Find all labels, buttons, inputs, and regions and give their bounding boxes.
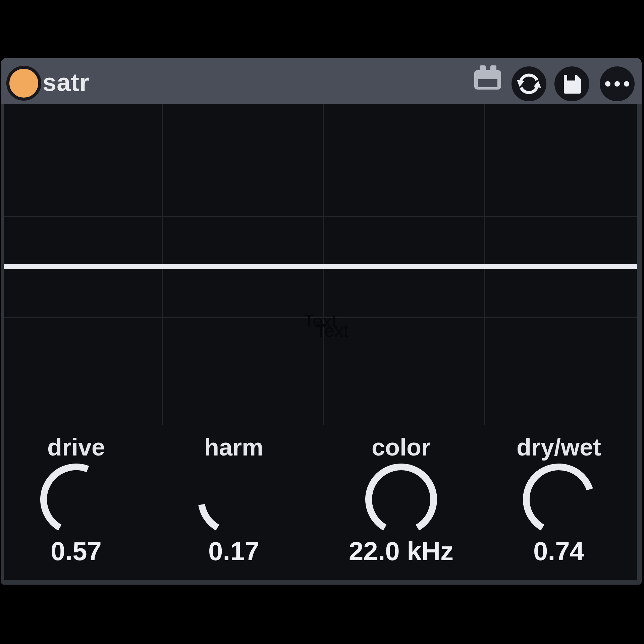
knob-label: color [347,433,455,461]
hot-swap-button[interactable] [512,66,546,101]
knob-label: drive [22,433,130,461]
device-on-toggle[interactable] [6,66,41,101]
knob-label: harm [180,433,287,461]
more-options-button[interactable] [600,66,635,101]
knob-value: 0.74 [485,536,633,567]
desktop-background: satr [0,0,644,644]
device-window: satr [1,58,642,585]
device-titlebar: satr [1,58,642,104]
waveform-display[interactable]: Text Text [4,104,637,425]
knob-value: 22.0 kHz [327,536,475,567]
comment-text: Text [315,321,348,339]
device-title: satr [43,68,90,97]
open-editor-button[interactable] [474,65,501,92]
patcher-window-icon [474,65,501,92]
waveform-zero-line [4,264,637,269]
hot-swap-arrows-icon [512,66,546,101]
knob-dial[interactable] [194,459,274,540]
knob-value: 0.57 [2,536,150,567]
save-button[interactable] [554,66,589,101]
knob-dial[interactable] [361,459,441,540]
knob-dial[interactable] [519,459,599,540]
ellipsis-icon [605,81,629,87]
knob-label: dry/wet [505,433,612,461]
knob-dial[interactable] [36,459,116,540]
grid-line-horizontal [4,216,637,217]
floppy-disk-icon [554,66,589,101]
device-content: Text Text drive 0.57 harm 0.17 [4,104,637,580]
knob-value: 0.17 [160,536,308,567]
